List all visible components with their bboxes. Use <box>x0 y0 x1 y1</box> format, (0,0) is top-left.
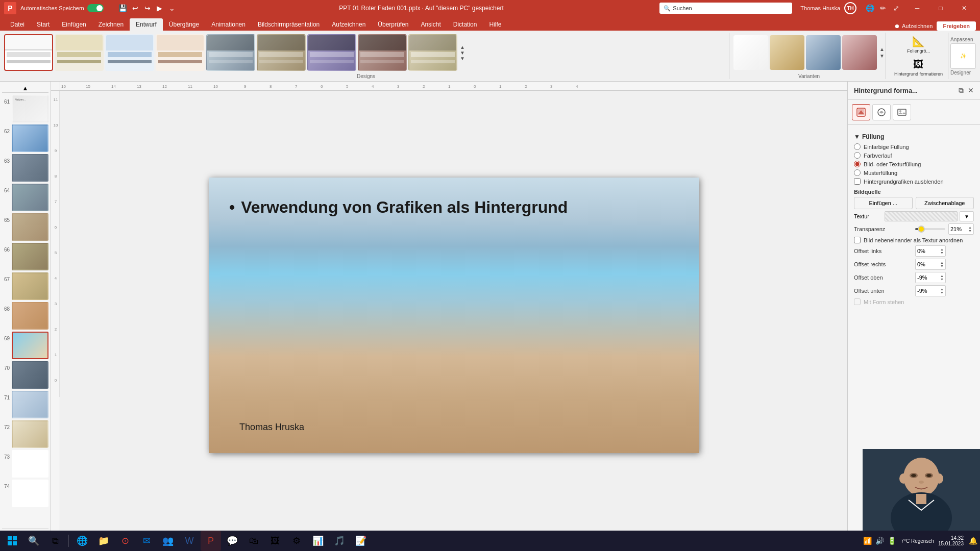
transparenz-down[interactable]: ▼ <box>968 229 972 233</box>
effects-tab[interactable] <box>872 104 891 120</box>
variant-0[interactable] <box>733 35 768 70</box>
panel-undock-icon[interactable]: ⧉ <box>959 86 964 95</box>
fill-option-muster[interactable]: Musterfüllung <box>854 169 974 176</box>
task-view-button[interactable]: ⧉ <box>45 531 65 551</box>
fill-option-bild[interactable]: Bild- oder Texturfüllung <box>854 161 974 167</box>
app3-icon[interactable]: 🎵 <box>329 531 350 551</box>
fill-radio-muster[interactable] <box>854 169 861 176</box>
slide-70[interactable]: 70 <box>2 361 48 389</box>
edge-icon[interactable]: 🌐 <box>72 531 92 551</box>
powerpoint-icon[interactable]: P <box>201 531 221 551</box>
start-button[interactable] <box>2 531 22 551</box>
slide-73[interactable]: 73 <box>2 450 48 478</box>
slide-bullet-text[interactable]: • Verwendung von Grafiken als Hintergrun… <box>229 198 568 217</box>
bild-nebeneinander-row[interactable]: Bild nebeneinander als Textur anordnen <box>854 237 974 243</box>
theme-4[interactable] <box>206 34 255 71</box>
slide-71[interactable]: 71 <box>2 391 48 418</box>
offset-links-value[interactable]: 0% ▲ ▼ <box>915 245 946 257</box>
fill-check-ausblenden[interactable] <box>854 178 861 185</box>
fill-section-header[interactable]: ▼ Füllung <box>854 133 974 140</box>
expand-icon[interactable]: ⤢ <box>891 3 901 13</box>
pen-icon[interactable]: ✏ <box>878 3 888 13</box>
maximize-button[interactable]: □ <box>929 0 952 16</box>
slide-65[interactable]: 65 <box>2 213 48 241</box>
minimize-button[interactable]: ─ <box>905 0 929 16</box>
settings-icon[interactable]: ⚙ <box>286 531 307 551</box>
skype-icon[interactable]: 💬 <box>222 531 242 551</box>
theme-8[interactable] <box>408 34 457 71</box>
user-avatar[interactable]: TH <box>844 2 856 14</box>
slide-74[interactable]: 74 <box>2 480 48 507</box>
slide-67[interactable]: 67 <box>2 272 48 300</box>
tab-datei[interactable]: Datei <box>4 18 31 31</box>
transparenz-arrows[interactable]: ▲ ▼ <box>968 226 972 233</box>
search-taskbar-button[interactable]: 🔍 <box>23 531 44 551</box>
redo-icon[interactable]: ↪ <box>142 3 153 13</box>
variant-scroll-up[interactable]: ▲ <box>879 46 885 52</box>
transparenz-slider[interactable] <box>915 228 945 230</box>
theme-2[interactable] <box>105 34 154 71</box>
tab-ansicht[interactable]: Ansicht <box>414 18 447 31</box>
bg-format-button[interactable]: 🖼 Hintergrund formatieren <box>890 57 947 79</box>
photos-icon[interactable]: 🖼 <box>265 531 285 551</box>
fill-option-einfarbig[interactable]: Einfarbige Füllung <box>854 143 974 150</box>
bild-nebeneinander-check[interactable] <box>854 237 861 243</box>
transparenz-up[interactable]: ▲ <box>968 226 972 229</box>
picture-tab[interactable] <box>893 104 911 120</box>
tray-battery[interactable]: 🔋 <box>887 536 897 546</box>
share-network-icon[interactable]: 🌐 <box>865 3 875 13</box>
autosave-toggle[interactable] <box>87 4 104 12</box>
textur-button[interactable]: ▼ <box>960 211 974 221</box>
einfuegen-button[interactable]: Einfügen ... <box>854 197 913 209</box>
theme-1[interactable] <box>55 34 104 71</box>
theme-6[interactable] <box>307 34 356 71</box>
scroll-down-icon[interactable]: ▼ <box>460 50 465 56</box>
word-icon[interactable]: W <box>179 531 200 551</box>
theme-0[interactable] <box>4 34 53 71</box>
slide-72[interactable]: 72 <box>2 420 48 448</box>
canvas-area[interactable]: • Verwendung von Grafiken als Hintergrun… <box>60 91 847 540</box>
tab-aufzeichnen[interactable]: Aufzeichnen <box>326 18 372 31</box>
undo-icon[interactable]: ↩ <box>130 3 140 13</box>
tab-ueberpruefen[interactable]: Überprüfen <box>372 18 414 31</box>
fill-radio-farbverlauf[interactable] <box>854 152 861 159</box>
zwischenablage-button[interactable]: Zwischenablage <box>916 197 974 209</box>
theme-5[interactable] <box>257 34 306 71</box>
fill-radio-bild[interactable] <box>854 161 861 167</box>
transparenz-thumb[interactable] <box>918 226 925 233</box>
save-icon[interactable]: 💾 <box>118 3 128 13</box>
offset-oben-value[interactable]: -9% ▲ ▼ <box>915 272 946 283</box>
tab-einfuegen[interactable]: Einfügen <box>56 18 92 31</box>
variant-1[interactable] <box>770 35 804 70</box>
app2-icon[interactable]: 📊 <box>308 531 328 551</box>
weather-widget[interactable]: 7°C Regensch <box>901 538 934 544</box>
tab-entwurf[interactable]: Entwurf <box>130 18 163 31</box>
scroll-up-icon[interactable]: ▲ <box>460 44 465 50</box>
slide-62[interactable]: 62 <box>2 124 48 152</box>
fill-option-farbverlauf[interactable]: Farbverlauf <box>854 152 974 159</box>
mit-form-row[interactable]: Mit Form stehen <box>854 298 974 305</box>
tray-network[interactable]: 📶 <box>862 536 872 546</box>
slide-63[interactable]: 63 <box>2 154 48 182</box>
chrome-icon[interactable]: ⊙ <box>115 531 135 551</box>
slide-68[interactable]: 68 <box>2 302 48 330</box>
tab-bildschirmpr[interactable]: Bildschirmpräsentation <box>252 18 326 31</box>
tray-volume[interactable]: 🔊 <box>874 536 885 546</box>
theme-7[interactable] <box>358 34 407 71</box>
record-button[interactable]: ⏺ Aufzeichnen <box>894 23 933 29</box>
tab-uebergaenge[interactable]: Übergänge <box>163 18 205 31</box>
teams-icon[interactable]: 👥 <box>158 531 178 551</box>
tab-start[interactable]: Start <box>31 18 56 31</box>
outlook-icon[interactable]: ✉ <box>136 531 157 551</box>
app4-icon[interactable]: 📝 <box>351 531 371 551</box>
variant-2[interactable] <box>806 35 841 70</box>
tab-animationen[interactable]: Animationen <box>205 18 252 31</box>
slide-panel-scroll-up[interactable]: ▲ <box>2 84 48 93</box>
fill-radio-einfarbig[interactable] <box>854 143 861 150</box>
search-box[interactable]: 🔍 Suchen <box>659 3 792 14</box>
tab-hilfe[interactable]: Hilfe <box>483 18 507 31</box>
more-icon[interactable]: ⌄ <box>167 3 177 13</box>
slide-66[interactable]: 66 <box>2 243 48 270</box>
slide-size-button[interactable]: 📐 Foliengrö... <box>890 33 947 56</box>
transparenz-value[interactable]: 21% ▲ ▼ <box>948 223 974 235</box>
